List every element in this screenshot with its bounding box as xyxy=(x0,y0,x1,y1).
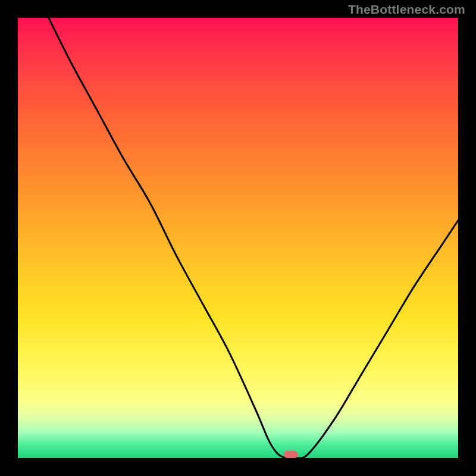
plot-area xyxy=(18,18,458,458)
watermark-text: TheBottleneck.com xyxy=(348,2,465,17)
optimum-marker xyxy=(284,451,298,458)
bottleneck-curve xyxy=(18,18,458,458)
chart-frame: TheBottleneck.com xyxy=(0,0,476,476)
